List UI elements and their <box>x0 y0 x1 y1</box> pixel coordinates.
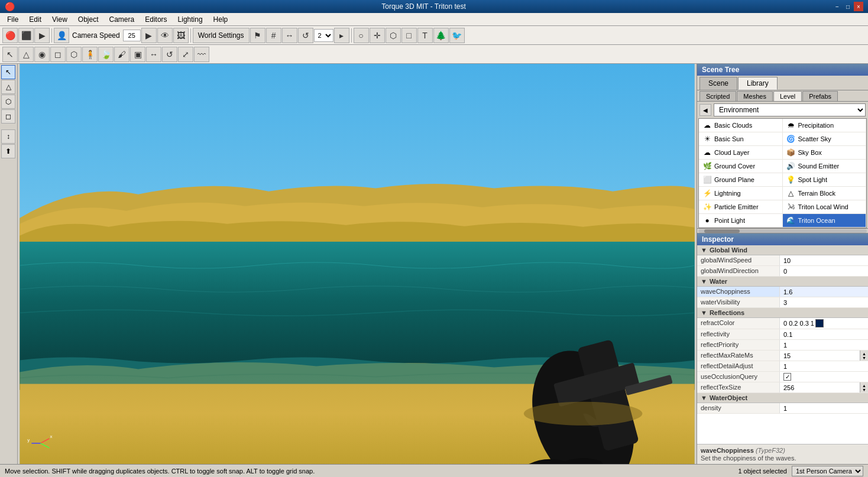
tb2-move[interactable]: ↔ <box>146 47 161 62</box>
tb-cam-btn[interactable]: □ <box>401 28 417 43</box>
tb2-tri[interactable]: △ <box>18 47 34 62</box>
tb-person-btn[interactable]: 👤 <box>54 28 69 43</box>
tb2-rot[interactable]: ↺ <box>162 47 177 62</box>
lib-item-lightning[interactable]: ⚡ Lightning <box>699 187 783 200</box>
tb-obj-btn[interactable]: ⬡ <box>386 28 401 43</box>
menu-object[interactable]: Object <box>73 14 103 25</box>
toolbar2: ↖ △ ◉ ◻ ⬡ 🧍 🍃 🖌 ▣ ↔ ↺ ⤢ 〰 <box>0 45 868 64</box>
value-reflectivity[interactable]: 0.1 <box>780 329 868 339</box>
lib-item-point-light[interactable]: ● Point Light <box>699 214 783 228</box>
lt-up[interactable]: ⬆ <box>1 144 15 158</box>
subtab-scripted[interactable]: Scripted <box>699 91 736 101</box>
menu-editors[interactable]: Editors <box>140 14 171 25</box>
value-reflect-priority[interactable]: 1 <box>780 340 868 350</box>
lib-item-precipitation[interactable]: 🌧 Precipitation <box>783 119 867 132</box>
tb-speed-inc[interactable]: ▶ <box>141 28 157 43</box>
reflect-max-rate-spinner[interactable]: ▲ ▼ <box>860 351 868 361</box>
tb2-person[interactable]: 🧍 <box>82 47 98 62</box>
lt-snap[interactable]: ↕ <box>1 129 15 144</box>
value-wave-choppiness[interactable]: 1.6 <box>780 287 868 297</box>
lt-rotate[interactable]: ⬡ <box>1 95 15 109</box>
tab-library[interactable]: Library <box>738 77 778 90</box>
lt-select[interactable]: ↖ <box>1 65 15 79</box>
section-water-object[interactable]: ▼ WaterObject <box>697 393 868 403</box>
tb-eye-btn[interactable]: 👁 <box>157 28 173 43</box>
lib-item-spot-light[interactable]: 💡 Spot Light <box>783 173 867 187</box>
lib-item-scatter-sky[interactable]: 🌀 Scatter Sky <box>783 132 867 146</box>
lib-item-cloud-layer[interactable]: ☁ Cloud Layer <box>699 146 783 160</box>
section-arrow-reflections: ▼ <box>701 309 707 316</box>
lib-back-button[interactable]: ◀ <box>699 104 711 116</box>
occlusion-query-checkbox[interactable]: ✓ <box>783 373 791 381</box>
lib-category-dropdown[interactable]: Environment Lights Objects <box>714 103 866 116</box>
lib-item-particle-emitter[interactable]: ✨ Particle Emitter <box>699 200 783 214</box>
lib-item-basic-clouds[interactable]: ☁ Basic Clouds <box>699 119 783 132</box>
tb2-water[interactable]: 〰 <box>194 47 209 62</box>
value-global-wind-speed[interactable]: 10 <box>780 255 868 265</box>
tb-move2-btn[interactable]: ✛ <box>370 28 385 43</box>
tb2-hex[interactable]: ⬡ <box>66 47 82 62</box>
lib-item-sky-box[interactable]: 📦 Sky Box <box>783 146 867 160</box>
world-settings-button[interactable]: World Settings <box>193 28 250 43</box>
tb-img-btn[interactable]: 🖼 <box>173 28 189 43</box>
section-reflections[interactable]: ▼ Reflections <box>697 308 868 318</box>
section-global-wind[interactable]: ▼ Global Wind <box>697 245 868 255</box>
tb-new-btn[interactable]: 🔴 <box>2 28 18 43</box>
terrain-block-icon: △ <box>786 189 796 198</box>
value-global-wind-dir[interactable]: 0 <box>780 266 868 276</box>
lib-item-ground-cover[interactable]: 🌿 Ground Cover <box>699 160 783 173</box>
tb-circle-btn[interactable]: ○ <box>354 28 369 43</box>
value-reflect-detail-adjust[interactable]: 1 <box>780 361 868 371</box>
menu-lighting[interactable]: Lighting <box>173 14 208 25</box>
tb-flag-btn[interactable]: ⚑ <box>250 28 265 43</box>
refract-color-swatch[interactable] <box>815 319 824 327</box>
lib-item-basic-sun[interactable]: ☀ Basic Sun <box>699 132 783 146</box>
lt-scale[interactable]: ◻ <box>1 109 15 124</box>
tb2-globe[interactable]: ◉ <box>34 47 50 62</box>
lib-item-terrain-block[interactable]: △ Terrain Block <box>783 187 867 200</box>
camera-speed-input[interactable] <box>123 30 141 41</box>
tab-scene[interactable]: Scene <box>699 77 737 90</box>
restore-button[interactable]: □ <box>843 2 853 11</box>
tb-arr-btn[interactable]: ▸ <box>334 28 349 43</box>
spinner-up: ▲ <box>862 352 866 356</box>
value-refract-color[interactable]: 0 0.2 0.3 1 <box>780 318 868 329</box>
value-density[interactable]: 1 <box>780 403 868 413</box>
tb2-leaf[interactable]: 🍃 <box>98 47 114 62</box>
subtab-meshes[interactable]: Meshes <box>737 91 773 101</box>
subtab-level[interactable]: Level <box>773 91 802 101</box>
lib-item-ground-plane[interactable]: ⬜ Ground Plane <box>699 173 783 187</box>
lib-item-triton-local-wind[interactable]: 🌬 Triton Local Wind <box>783 200 867 214</box>
close-button[interactable]: × <box>854 2 863 11</box>
tb-bird-btn[interactable]: 🐦 <box>449 28 465 43</box>
menu-camera[interactable]: Camera <box>105 14 140 25</box>
section-water[interactable]: ▼ Water <box>697 277 868 287</box>
menu-file[interactable]: File <box>2 14 23 25</box>
tb2-cursor[interactable]: ↖ <box>2 47 18 62</box>
lib-item-label: Triton Ocean <box>798 217 835 224</box>
camera-mode-dropdown[interactable]: 1st Person Camera Orbit Camera <box>792 466 863 476</box>
subtab-prefabs[interactable]: Prefabs <box>802 91 838 101</box>
tb-open-btn[interactable]: ⬛ <box>18 28 34 43</box>
tb-play-btn[interactable]: ▶ <box>34 28 50 43</box>
menu-edit[interactable]: Edit <box>24 14 46 25</box>
h-scrollbar[interactable] <box>698 229 867 233</box>
lt-move[interactable]: △ <box>1 80 15 94</box>
reflect-tex-size-spinner[interactable]: ▲ ▼ <box>860 382 868 392</box>
menu-help[interactable]: Help <box>209 14 233 25</box>
snap-dropdown[interactable]: 214 <box>314 29 333 42</box>
tb2-square[interactable]: ◻ <box>50 47 66 62</box>
menu-view[interactable]: View <box>47 14 72 25</box>
tb-move-btn[interactable]: ↔ <box>282 28 297 43</box>
tb2-select[interactable]: ▣ <box>130 47 145 62</box>
lib-item-triton-ocean[interactable]: 🌊 Triton Ocean <box>783 214 867 228</box>
tb-text-btn[interactable]: T <box>417 28 433 43</box>
tb-rot-btn[interactable]: ↺ <box>298 28 313 43</box>
lib-item-sound-emitter[interactable]: 🔊 Sound Emitter <box>783 160 867 173</box>
tb2-paint[interactable]: 🖌 <box>114 47 129 62</box>
tb2-scale[interactable]: ⤢ <box>178 47 193 62</box>
value-water-visibility[interactable]: 3 <box>780 297 868 307</box>
minimize-button[interactable]: − <box>833 2 842 11</box>
tb-grid-btn[interactable]: # <box>266 28 281 43</box>
tb-tree-btn[interactable]: 🌲 <box>433 28 449 43</box>
